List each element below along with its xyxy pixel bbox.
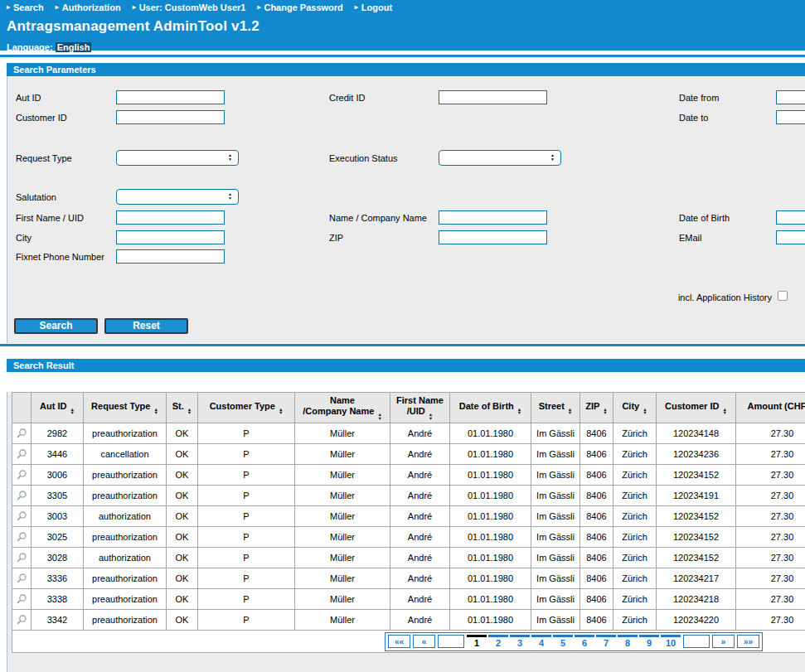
pager-page-6[interactable]: 6 <box>575 635 594 649</box>
row-detail-button[interactable] <box>14 506 29 526</box>
cell-request_type: preauthorization <box>84 610 167 631</box>
cell-city: Zürich <box>613 486 657 506</box>
pager-page-8[interactable]: 8 <box>618 635 638 649</box>
select-arrows-icon: ▲▼ <box>228 153 232 161</box>
nav-link-search[interactable]: ▸Search <box>7 2 44 12</box>
detail-cell <box>12 465 32 486</box>
city-input[interactable] <box>116 230 225 244</box>
nav-arrow-icon: ▸ <box>7 4 10 11</box>
row-detail-button[interactable] <box>14 527 29 547</box>
cell-first_name_uid: André <box>390 486 450 506</box>
magnifier-icon <box>16 469 27 481</box>
cell-amount: 27.30 <box>736 548 805 568</box>
aut-id-label: Aut ID <box>16 93 41 103</box>
cell-name_company: Müller <box>295 423 390 444</box>
execution-status-select[interactable]: ▲▼ <box>439 150 561 166</box>
cell-zip: 8406 <box>580 610 613 631</box>
column-header-customer_id[interactable]: Customer ID▲▼ <box>657 393 736 423</box>
row-detail-button[interactable] <box>14 548 29 568</box>
cell-street: Im Gässli <box>531 465 580 486</box>
pager-page-4[interactable]: 4 <box>531 635 551 649</box>
column-header-zip[interactable]: ZIP▲▼ <box>580 393 613 423</box>
zip-input[interactable] <box>439 230 547 244</box>
execution-status-label: Execution Status <box>329 153 398 163</box>
cell-customer_id: 120234217 <box>657 568 736 589</box>
pager-prev-button[interactable]: « <box>413 635 435 648</box>
column-header-request_type[interactable]: Request Type▲▼ <box>84 393 167 423</box>
cell-first_name_uid: André <box>390 589 450 610</box>
cell-st: OK <box>167 568 198 589</box>
row-detail-button[interactable] <box>14 589 29 609</box>
cell-customer_type: P <box>198 506 295 527</box>
cell-zip: 8406 <box>580 506 613 527</box>
pager-page-5[interactable]: 5 <box>553 635 573 649</box>
email-input[interactable] <box>776 230 805 244</box>
pager-first-button[interactable]: «« <box>388 635 410 648</box>
cell-customer_type: P <box>198 610 295 631</box>
request-type-select[interactable]: ▲▼ <box>116 150 239 166</box>
nav-link-user-customweb-user1[interactable]: ▸User: CustomWeb User1 <box>133 2 246 12</box>
language-link[interactable]: English <box>56 42 92 52</box>
cell-first_name_uid: André <box>390 444 450 465</box>
column-header-st[interactable]: St.▲▼ <box>167 393 198 423</box>
reset-button[interactable]: Reset <box>104 318 188 334</box>
row-detail-button[interactable] <box>14 568 29 588</box>
cell-date_of_birth: 01.01.1980 <box>450 589 531 610</box>
date-to-input[interactable] <box>776 110 805 124</box>
page-content: ▸Search▸Authorization▸User: CustomWeb Us… <box>0 0 805 672</box>
column-header-aut_id[interactable]: Aut ID▲▼ <box>32 393 84 423</box>
cell-customer_type: P <box>198 465 295 486</box>
cell-date_of_birth: 01.01.1980 <box>450 423 531 444</box>
date-of-birth-input[interactable] <box>776 210 805 225</box>
row-detail-button[interactable] <box>14 423 29 443</box>
pager-jump-input-right[interactable] <box>683 635 710 648</box>
pager-page-9[interactable]: 9 <box>639 635 659 649</box>
salutation-select[interactable]: ▲▼ <box>116 189 239 205</box>
credit-id-input[interactable] <box>439 90 547 104</box>
cell-name_company: Müller <box>295 527 390 548</box>
row-detail-button[interactable] <box>14 610 29 630</box>
row-detail-button[interactable] <box>14 486 29 505</box>
column-header-city[interactable]: City▲▼ <box>613 393 657 423</box>
cell-street: Im Gässli <box>531 506 580 527</box>
pager-page-10[interactable]: 10 <box>661 635 681 649</box>
cell-request_type: preauthorization <box>84 486 167 506</box>
column-header-customer_type[interactable]: Customer Type▲▼ <box>198 393 295 423</box>
cell-first_name_uid: André <box>390 527 450 548</box>
pager-page-3[interactable]: 3 <box>510 635 530 649</box>
column-header-name_company[interactable]: Name/Company Name▲▼ <box>295 393 390 423</box>
magnifier-icon <box>16 428 27 439</box>
name-company-label: Name / Company Name <box>329 213 427 223</box>
pager-jump-input-left[interactable] <box>438 635 464 648</box>
search-button[interactable]: Search <box>14 318 98 334</box>
cell-name_company: Müller <box>295 568 390 589</box>
cell-aut_id: 3025 <box>32 527 84 548</box>
date-from-input[interactable] <box>776 90 805 104</box>
row-detail-button[interactable] <box>14 465 29 485</box>
pager-next-button[interactable]: » <box>712 635 735 648</box>
fixnet-phone-input[interactable] <box>116 249 225 263</box>
nav-link-logout[interactable]: ▸Logout <box>355 2 392 12</box>
customer-id-input[interactable] <box>116 110 225 124</box>
application-history-checkbox[interactable] <box>778 291 788 301</box>
column-header-street[interactable]: Street▲▼ <box>531 393 580 423</box>
pager-page-7[interactable]: 7 <box>596 635 616 649</box>
nav-link-change-password[interactable]: ▸Change Password <box>257 2 342 12</box>
cell-request_type: preauthorization <box>84 527 167 548</box>
column-header-date_of_birth[interactable]: Date of Birth▲▼ <box>450 393 531 423</box>
first-name-uid-input[interactable] <box>116 210 225 225</box>
cell-aut_id: 3006 <box>32 465 84 486</box>
cell-request_type: preauthorization <box>84 423 167 444</box>
column-header-first_name_uid[interactable]: First Name/UID▲▼ <box>390 393 450 423</box>
name-company-input[interactable] <box>439 210 547 225</box>
column-header-amount[interactable]: Amount (CHF)▲▼ <box>736 393 805 423</box>
pager-page-2[interactable]: 2 <box>488 635 508 649</box>
aut-id-input[interactable] <box>116 90 225 104</box>
nav-link-authorization[interactable]: ▸Authorization <box>56 2 121 12</box>
pager-last-button[interactable]: »» <box>737 635 759 648</box>
detail-cell <box>12 527 32 548</box>
cell-zip: 8406 <box>580 486 613 506</box>
cell-first_name_uid: André <box>390 423 450 444</box>
sort-icon: ▲▼ <box>568 408 572 415</box>
row-detail-button[interactable] <box>14 444 29 464</box>
